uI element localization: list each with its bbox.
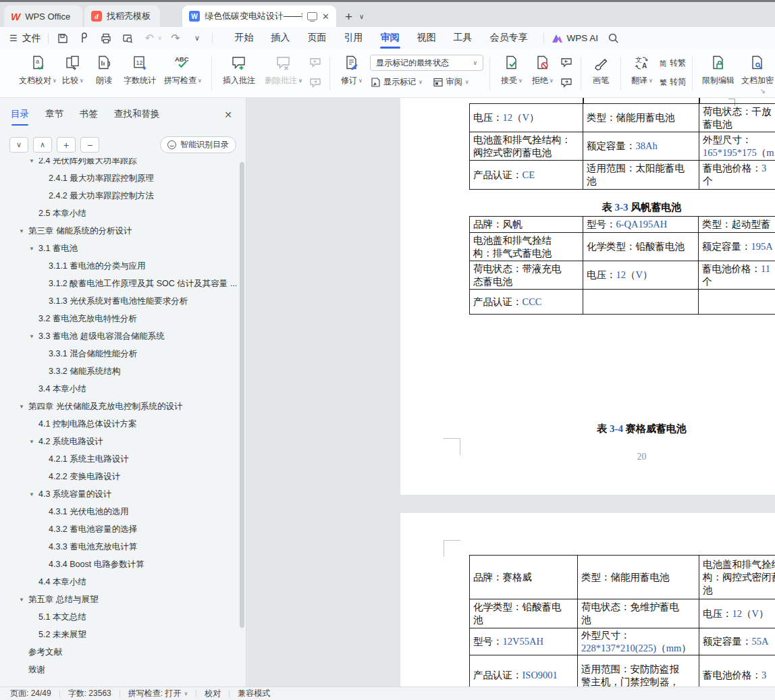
toc-item[interactable]: 4.3.2 蓄电池容量的选择 [0, 520, 238, 538]
menu-tab-页面[interactable]: 页面 [299, 27, 336, 49]
toc-item[interactable]: 4.2.1 系统主电路设计 [0, 450, 238, 468]
undo-button[interactable]: ↶ ∨ [142, 30, 162, 46]
undo-chevron-down-icon[interactable]: ∨ [158, 35, 162, 41]
translate-button[interactable]: 文A 翻译 [627, 55, 657, 86]
ribbon-expand-icon[interactable]: ↘ [760, 87, 766, 95]
status-proofread[interactable]: 校对 [205, 688, 221, 699]
print-preview-icon[interactable] [120, 30, 136, 46]
tab-list-chevron-down-icon[interactable]: ∨ [359, 7, 364, 27]
toc-item[interactable]: 3.3.2 储能系统结构 [0, 362, 238, 380]
toc-item[interactable]: 致谢 [0, 661, 238, 678]
sidebar-tab-查找和替换[interactable]: 查找和替换 [114, 108, 160, 126]
close-tab-icon[interactable]: ✕ [322, 11, 329, 22]
next-revision-icon[interactable] [560, 77, 573, 91]
toc-item[interactable]: 5.2 未来展望 [0, 626, 238, 643]
doc-proof-button[interactable]: a 文档校对 [19, 55, 57, 86]
caret-down-icon[interactable]: ▼ [19, 404, 28, 410]
status-spell-check[interactable]: 拼写检查: 打开 [128, 688, 182, 699]
to-traditional-button[interactable]: 简 转繁 [660, 57, 686, 69]
reject-button[interactable]: 拒绝 [527, 55, 558, 86]
next-comment-icon[interactable] [309, 77, 322, 91]
toc-item[interactable]: ▼4.3 系统容量的设计 [0, 485, 238, 503]
word-count-button[interactable]: 12 字数统计 [119, 55, 161, 86]
document-canvas[interactable]: 电压：12（V）类型：储能用蓄电池荷电状态：干放蓄电池电池盖和排气拴结构：阀控式… [247, 98, 775, 686]
track-changes-button[interactable]: 修订 [336, 55, 367, 86]
toc-item[interactable]: 2.4.1 最大功率跟踪控制原理 [0, 169, 238, 187]
tab-docer-templates[interactable]: d 找稻壳模板 [84, 5, 160, 27]
status-page[interactable]: 页面: 24/49 [10, 688, 51, 699]
device-sync-icon[interactable] [307, 12, 317, 20]
toc-item[interactable]: 3.2 蓄电池充放电特性分析 [0, 310, 238, 327]
menu-tab-审阅[interactable]: 审阅 [372, 27, 408, 49]
encrypt-button[interactable]: 文档加密 [738, 55, 775, 86]
caret-down-icon[interactable]: ▼ [19, 228, 28, 234]
zoom-out-button[interactable]: − [80, 137, 99, 153]
toc-item[interactable]: 4.3.4 Boost 电路参数计算 [0, 556, 238, 573]
pen-button[interactable]: 画笔 [587, 55, 614, 86]
tab-wps-home[interactable]: W WPS Office [4, 5, 82, 27]
insert-comment-button[interactable]: 插入批注 [218, 55, 260, 86]
menu-tab-会员专享[interactable]: 会员专享 [481, 27, 537, 49]
caret-down-icon[interactable]: ▼ [29, 491, 38, 497]
save-icon[interactable] [55, 30, 71, 46]
toc-item[interactable]: 3.1.2 酸蓄电池工作原理及其 SOC 估计及其容量 ... [0, 275, 238, 292]
toc-item[interactable]: 3.4 本章小结 [0, 380, 238, 398]
collapse-all-button[interactable]: ∨ [9, 137, 28, 153]
toc-item[interactable]: 4.1 控制电路总体设计方案 [0, 415, 238, 433]
sidebar-tab-章节[interactable]: 章节 [45, 108, 63, 126]
zoom-in-button[interactable]: + [57, 137, 76, 153]
toc-item[interactable]: ▼4.2 系统电路设计 [0, 433, 238, 450]
toc-item[interactable]: 3.1.3 光伏系统对蓄电池性能要求分析 [0, 292, 238, 310]
sidebar-close-icon[interactable]: ✕ [224, 109, 232, 120]
toc-item[interactable]: ▼3.1 蓄电池 [0, 240, 238, 257]
sidebar-scrollbar[interactable] [240, 162, 244, 628]
menu-tab-插入[interactable]: 插入 [263, 27, 299, 49]
menu-tab-工具[interactable]: 工具 [445, 27, 481, 49]
wps-ai-label[interactable]: WPS AI [567, 33, 599, 43]
restrict-edit-button[interactable]: 限制编辑 [699, 55, 738, 86]
spell-check-button[interactable]: ABC 拼写检查 [161, 55, 205, 86]
toc-item[interactable]: 4.3.3 蓄电池充放电计算 [0, 538, 238, 556]
file-menu-button[interactable]: ☰ 文件 [9, 32, 41, 45]
compare-button[interactable]: 比较 [57, 55, 89, 86]
toolbar-chevron-down-icon[interactable]: ∨ [190, 30, 205, 46]
tab-document-active[interactable]: W 绿色低碳变电站设计——微型 ✕ [182, 5, 336, 27]
markup-state-select[interactable]: 显示标记的最终状态 [370, 55, 483, 71]
toc-item[interactable]: 2.4.2 最大功率跟踪控制方法 [0, 187, 238, 205]
menu-tab-视图[interactable]: 视图 [408, 27, 445, 49]
delete-comment-button[interactable]: 删除批注 [260, 55, 307, 86]
previous-comment-icon[interactable] [309, 57, 322, 71]
show-markup-button[interactable]: 显示标记 [370, 76, 423, 88]
read-aloud-button[interactable]: 朗读 [89, 55, 119, 86]
caret-down-icon[interactable]: ▼ [29, 246, 38, 252]
export-pdf-icon[interactable] [77, 30, 92, 46]
review-pane-button[interactable]: 审阅 [433, 76, 469, 88]
new-tab-button[interactable]: + [345, 7, 352, 27]
accept-button[interactable]: 接受 [496, 55, 527, 86]
menu-tab-开始[interactable]: 开始 [226, 27, 263, 49]
toc-item[interactable]: 2.5 本章小结 [0, 205, 238, 222]
search-icon[interactable] [608, 32, 619, 44]
toc-item[interactable]: 参考文献 [0, 643, 238, 661]
print-icon[interactable] [99, 30, 114, 46]
sidebar-tab-书签[interactable]: 书签 [80, 108, 98, 126]
caret-down-icon[interactable]: ▼ [29, 439, 38, 445]
caret-down-icon[interactable]: ▼ [29, 333, 38, 340]
menu-tab-引用[interactable]: 引用 [336, 27, 372, 49]
toc-item[interactable]: 4.4 本章小结 [0, 573, 238, 591]
toc-item[interactable]: 3.1.1 蓄电池的分类与应用 [0, 257, 238, 275]
toc-item[interactable]: 3.3.1 混合储能性能分析 [0, 345, 238, 362]
toc-item[interactable]: 4.2.2 变换电路设计 [0, 468, 238, 485]
toc-item[interactable]: ▼第三章 储能系统的分析设计 [0, 222, 238, 240]
spell-chevron-down-icon[interactable]: ∨ [184, 691, 188, 697]
previous-revision-icon[interactable] [560, 57, 573, 71]
toc-item[interactable]: 5.1 本文总结 [0, 608, 238, 626]
toc-item[interactable]: ▼第四章 光伏储能及充放电控制系统的设计 [0, 398, 238, 415]
to-simplified-button[interactable]: 繁 转简 [660, 76, 686, 88]
expand-all-button[interactable]: ∧ [33, 137, 52, 153]
smart-toc-button[interactable]: 智能识别目录 [160, 136, 236, 153]
caret-down-icon[interactable]: ▼ [29, 158, 38, 164]
redo-icon[interactable]: ↷ [168, 30, 184, 46]
toc-item[interactable]: ▼3.3 蓄电池 超级电容混合储能系统 [0, 327, 238, 345]
status-word-count[interactable]: 字数: 23563 [68, 688, 111, 699]
